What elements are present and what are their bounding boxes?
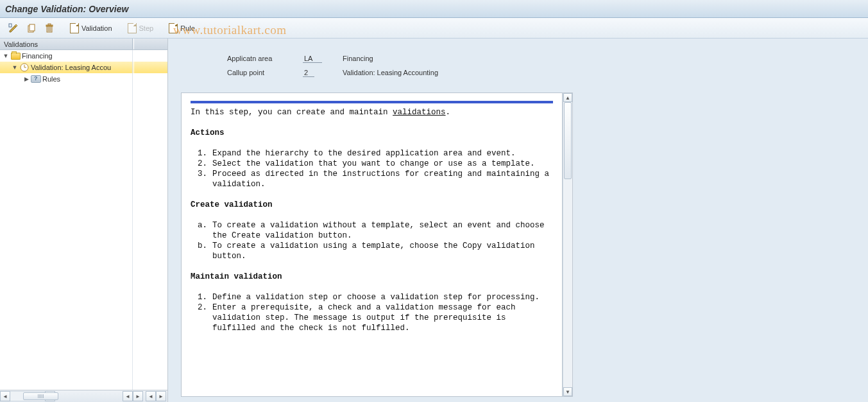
create-a: To create a validation without a templat…	[212, 220, 553, 241]
clock-icon	[19, 63, 30, 72]
copy-icon[interactable]	[23, 21, 40, 35]
h-maintain: Maintain validation	[191, 272, 553, 282]
delete-icon[interactable]	[41, 21, 58, 35]
folder-open-icon	[10, 51, 21, 60]
tree-header-label: Validations	[4, 40, 38, 48]
display-change-icon[interactable]	[5, 21, 22, 35]
vscroll-thumb[interactable]	[564, 102, 572, 179]
doc-accent	[191, 101, 553, 103]
h-actions: Actions	[191, 128, 553, 138]
create-b: To create a validation using a template,…	[212, 241, 553, 261]
doc-intro: In this step, you can create and maintai…	[191, 107, 553, 118]
svg-rect-2	[30, 24, 35, 31]
maintain-1: Define a validation step or choose a val…	[212, 292, 553, 302]
scroll-up-icon[interactable]: ▲	[563, 93, 572, 102]
scroll-left-icon[interactable]: ◄	[146, 391, 156, 401]
tree-hscroll[interactable]: ◄ ►	[0, 391, 55, 401]
page-title: Change Validation: Overview	[5, 4, 128, 14]
app-area-value: LA	[303, 55, 322, 63]
validation-label: Validation	[81, 24, 112, 32]
scroll-left-icon[interactable]: ◄	[0, 391, 10, 401]
tree-selected-label: Validation: Leasing Accou	[31, 64, 111, 71]
svg-rect-8	[48, 24, 51, 25]
tree-root-label: Financing	[22, 52, 53, 60]
validations-link[interactable]: validations	[393, 108, 446, 117]
callup-label: Callup point	[227, 69, 303, 76]
toolbar: Validation Step Rule	[0, 18, 868, 39]
app-area-label: Applicatn area	[227, 55, 303, 62]
rule-button[interactable]: Rule	[166, 21, 198, 35]
scroll-down-icon[interactable]: ▼	[563, 387, 572, 396]
action-1: Expand the hierarchy to the desired appl…	[212, 148, 553, 159]
tree-hscroll-row: ◄ ► ◄ ► ◄ ►	[0, 390, 167, 402]
collapse-icon[interactable]: ▼	[3, 53, 9, 59]
callup-desc: Validation: Leasing Accounting	[343, 69, 438, 76]
create-list: a.To create a validation without a templ…	[191, 220, 553, 261]
tree-root[interactable]: ▼ Financing	[0, 50, 167, 62]
callup-value: 2	[303, 69, 314, 77]
svg-rect-0	[9, 24, 12, 27]
tree-body: ▼ Financing ▼ Validation: Leasing Accou …	[0, 50, 167, 390]
scroll-right-icon[interactable]: ►	[156, 391, 166, 401]
step-button: Step	[124, 21, 157, 35]
rules-icon	[31, 74, 41, 83]
scroll-left-icon[interactable]: ◄	[123, 391, 133, 401]
h-create: Create validation	[191, 200, 553, 210]
action-3: Proceed as directed in the instructions …	[212, 169, 553, 189]
tree-header[interactable]: Validations	[0, 39, 167, 50]
tree-selected[interactable]: ▼ Validation: Leasing Accou	[0, 62, 167, 73]
collapse-icon[interactable]: ▼	[12, 64, 18, 71]
document-icon	[169, 23, 178, 33]
tree-rules[interactable]: ▶ Rules	[0, 73, 167, 85]
tree-mini-hscroll: ◄ ►	[110, 391, 144, 401]
app-area-desc: Financing	[343, 55, 373, 62]
scroll-right-icon[interactable]: ►	[133, 391, 143, 401]
document-icon	[128, 23, 137, 33]
form-row-app: Applicatn area LA Financing	[227, 51, 844, 66]
main-area: Validations ▼ Financing ▼ Validation: Le…	[0, 39, 868, 402]
action-2: Select the validation that you want to c…	[212, 159, 553, 169]
tree-rules-label: Rules	[42, 75, 60, 83]
maintain-list: 1.Define a validation step or choose a v…	[191, 292, 553, 333]
scroll-track[interactable]	[10, 391, 45, 401]
content-panel: Applicatn area LA Financing Callup point…	[168, 39, 868, 402]
tree-panel: Validations ▼ Financing ▼ Validation: Le…	[0, 39, 168, 402]
doc-wrap: In this step, you can create and maintai…	[181, 92, 855, 397]
form-area: Applicatn area LA Financing Callup point…	[181, 46, 855, 90]
doc-content: In this step, you can create and maintai…	[182, 93, 562, 341]
vscroll-track[interactable]	[563, 102, 572, 387]
scroll-thumb[interactable]	[23, 392, 58, 400]
form-row-callup: Callup point 2 Validation: Leasing Accou…	[227, 66, 844, 80]
actions-list: 1.Expand the hierarchy to the desired ap…	[191, 148, 553, 189]
tree-mini-hscroll-2: ◄ ►	[144, 391, 167, 401]
expand-icon[interactable]: ▶	[23, 76, 30, 82]
step-label: Step	[139, 24, 154, 32]
maintain-2: Enter a prerequisite, a check and a vali…	[212, 302, 553, 333]
rule-label: Rule	[180, 24, 195, 32]
doc-frame: In this step, you can create and maintai…	[181, 92, 563, 397]
doc-vscroll[interactable]: ▲ ▼	[563, 92, 573, 397]
title-bar: Change Validation: Overview	[0, 0, 868, 18]
document-icon	[70, 23, 79, 33]
validation-button[interactable]: Validation	[67, 21, 115, 35]
